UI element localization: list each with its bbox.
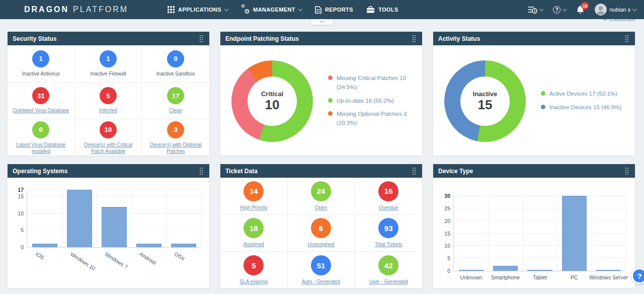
donut-center-value: 10	[265, 98, 280, 112]
gridline	[454, 258, 626, 258]
nav-reports[interactable]: REPORTS	[315, 6, 353, 14]
widget-title: Security Status	[13, 35, 56, 42]
widget-header: Activity Status	[433, 32, 635, 45]
stat-circle[interactable]: 18	[244, 218, 264, 238]
drag-handle-icon[interactable]	[411, 166, 417, 176]
bar-android	[136, 244, 162, 247]
nav-management[interactable]: ⚙⚙ MANAGEMENT	[241, 6, 302, 14]
gridline	[488, 196, 489, 271]
legend-item-active-devices[interactable]: Active Devices 17 (53.1%)	[541, 90, 621, 99]
bar-smartphone	[493, 266, 518, 271]
stat-label: Inactive Firewall	[90, 70, 126, 78]
widget-title: Ticket Data	[225, 168, 258, 175]
legend-item-missing-critical[interactable]: Missing Critical Patches 10 (34.5%)	[328, 74, 416, 92]
stat-link[interactable]: Overdue	[379, 204, 398, 211]
help-fab-button[interactable]: ?	[631, 268, 644, 284]
stat-link[interactable]: Device(s) with Critical Patch Available	[78, 141, 139, 155]
gridline	[97, 190, 97, 247]
donut-chart-endpoint-patching: Critical 10	[231, 60, 313, 142]
app-logo[interactable]: DRAGON PLATFORM	[24, 5, 128, 14]
x-tick-label: Windows 10	[69, 251, 97, 271]
stat-circle[interactable]: 3	[167, 121, 184, 138]
stat-circle[interactable]: 6	[311, 218, 331, 238]
legend-label: Up-to-date 16 (55.2%)	[337, 97, 394, 106]
stat-circle[interactable]: 0	[32, 121, 49, 138]
stat-circle[interactable]: 42	[378, 255, 398, 275]
legend-label: Missing Critical Patches 10 (34.5%)	[337, 74, 416, 92]
legend-dot	[541, 105, 545, 109]
help-menu[interactable]: ?	[553, 6, 566, 14]
y-tick-label: 17	[18, 187, 24, 193]
widget-body: Critical 10 Missing Critical Patches 10 …	[220, 45, 422, 157]
gridline	[132, 190, 132, 247]
stat-link[interactable]: Unassigned	[308, 241, 335, 248]
legend-item-inactive-devices[interactable]: Inactive Devices 15 (46.9%)	[541, 103, 621, 112]
x-tick-label: Windows Server	[590, 274, 628, 280]
widget-header: Ticket Data	[220, 164, 422, 178]
user-menu[interactable]: nubian s	[595, 4, 636, 16]
notifications-button[interactable]: 18	[576, 5, 585, 14]
y-tick-label: 0	[447, 268, 450, 274]
drag-handle-icon[interactable]	[198, 34, 204, 44]
chart-legend: Active Devices 17 (53.1%) Inactive Devic…	[541, 90, 621, 112]
drag-handle-icon[interactable]	[624, 34, 630, 44]
stat-circle[interactable]: 51	[311, 255, 331, 275]
stat-circle[interactable]: 17	[167, 87, 184, 104]
stat-link[interactable]: Total Tickets	[375, 241, 403, 248]
y-tick-label: 0	[21, 244, 24, 250]
nav-applications[interactable]: APPLICATIONS	[168, 6, 228, 13]
gridline	[62, 190, 62, 247]
donut-center-value: 15	[478, 98, 493, 112]
bar-tablet	[527, 270, 552, 271]
stat-circle[interactable]: 93	[378, 218, 398, 238]
stat-circle[interactable]: 5	[244, 255, 264, 275]
y-tick-label: 20	[444, 218, 450, 224]
stat-link[interactable]: Clean	[169, 107, 182, 114]
legend-item-missing-optional[interactable]: Missing Optional Patches 3 (10.3%)	[328, 110, 416, 128]
nav-label: TOOLS	[378, 7, 398, 13]
chevron-up-icon	[320, 21, 324, 25]
legend-label: Active Devices 17 (53.1%)	[549, 90, 617, 99]
stat-link[interactable]: Latest Virus Database Installed	[11, 141, 71, 155]
stat-circle[interactable]: 1	[32, 50, 49, 67]
app-header: DRAGON PLATFORM APPLICATIONS ⚙⚙ MANAGEME…	[0, 0, 644, 19]
legend-dot	[328, 111, 333, 116]
y-tick-label: 5	[21, 227, 24, 233]
stat-link[interactable]: Outdated Virus Database	[13, 107, 69, 114]
drag-handle-icon[interactable]	[198, 166, 204, 176]
stat-link[interactable]: Auto - Generated	[302, 278, 341, 285]
activity-log-menu[interactable]	[528, 6, 543, 14]
bar-windows-server	[596, 270, 621, 271]
legend-dot	[541, 91, 545, 96]
stat-link[interactable]: User - Generated	[369, 278, 408, 285]
gridline	[454, 245, 626, 246]
stat-circle[interactable]: 31	[32, 87, 49, 104]
stat-link[interactable]: Assigned	[244, 241, 264, 248]
stat-circle[interactable]: 16	[378, 181, 398, 201]
stat-link[interactable]: High Priority	[240, 204, 267, 211]
nav-tools[interactable]: TOOLS	[366, 6, 398, 13]
stat-circle[interactable]: 5	[100, 87, 117, 104]
stat-user-generated: 42 User - Generated	[355, 252, 422, 289]
donut-center-label: Inactive	[473, 90, 497, 98]
notification-badge: 18	[581, 2, 589, 10]
stat-circle[interactable]: 1	[100, 50, 117, 67]
stat-link[interactable]: Open	[315, 204, 327, 211]
gridline	[523, 196, 523, 271]
stat-link[interactable]: Device(s) with Optional Patches	[145, 141, 206, 155]
stat-circle[interactable]: 14	[244, 181, 264, 201]
stat-circle[interactable]: 10	[100, 121, 117, 138]
collapse-panel-tab[interactable]	[310, 19, 334, 25]
y-tick-label: 15	[18, 193, 24, 199]
stat-circle[interactable]: 0	[167, 50, 184, 67]
drag-handle-icon[interactable]	[624, 166, 630, 176]
legend-label: Inactive Devices 15 (46.9%)	[549, 103, 621, 112]
user-name: nubian s	[609, 7, 630, 13]
bar-osx	[171, 244, 196, 247]
widget-security-status: Security Status 1 Inactive Antivirus 1 I…	[7, 31, 210, 156]
legend-item-up-to-date[interactable]: Up-to-date 16 (55.2%)	[328, 97, 416, 106]
drag-handle-icon[interactable]	[411, 34, 417, 44]
stat-circle[interactable]: 24	[311, 181, 331, 201]
stat-link[interactable]: SLA expiring	[239, 278, 268, 285]
stat-link[interactable]: Infected	[99, 107, 117, 114]
